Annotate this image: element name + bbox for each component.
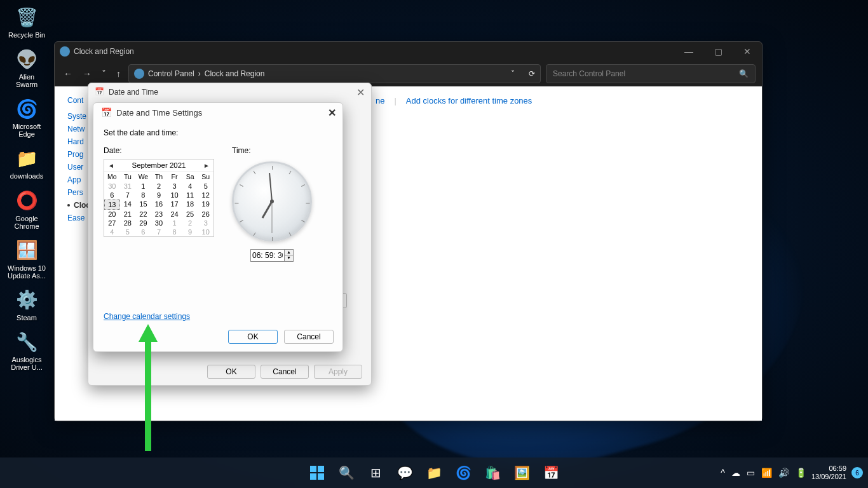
- settings-button[interactable]: 📅: [538, 460, 564, 485]
- desktop-icon-microsoft-edge[interactable]: 🌀Microsoft Edge: [6, 95, 47, 139]
- desktop-icon-auslogics[interactable]: 🔧Auslogics Driver U...: [6, 328, 47, 372]
- ok-button[interactable]: OK: [207, 365, 255, 379]
- breadcrumb-item[interactable]: Control Panel: [148, 69, 194, 78]
- desktop-icon-recycle-bin[interactable]: 🗑️Recycle Bin: [6, 3, 47, 40]
- calendar-day[interactable]: 7: [151, 227, 167, 236]
- change-calendar-settings-link[interactable]: Change calendar settings: [104, 312, 190, 321]
- calendar-day[interactable]: 24: [166, 210, 182, 219]
- calendar-day[interactable]: 17: [166, 200, 182, 210]
- calendar-day[interactable]: 2: [182, 219, 198, 227]
- time-input[interactable]: [251, 250, 284, 261]
- next-month-button[interactable]: ►: [202, 162, 211, 169]
- apply-button[interactable]: Apply: [314, 365, 362, 379]
- calendar-day[interactable]: 30: [151, 219, 167, 227]
- calendar-day[interactable]: 6: [104, 191, 120, 200]
- desktop-icon-steam[interactable]: ⚙️Steam: [6, 286, 47, 323]
- calendar-day[interactable]: 18: [182, 200, 198, 210]
- calendar-day[interactable]: 12: [198, 191, 214, 200]
- change-timezone-link-partial[interactable]: ne: [376, 96, 384, 105]
- calendar-day[interactable]: 26: [198, 210, 214, 219]
- breadcrumb-bar[interactable]: Control Panel › Clock and Region ˅ ⟳: [128, 64, 541, 83]
- close-button[interactable]: ✕: [328, 107, 336, 119]
- taskbar-clock[interactable]: 06:59 13/09/2021: [811, 464, 846, 481]
- language-icon[interactable]: ▭: [747, 468, 755, 478]
- calendar-day[interactable]: 8: [166, 227, 182, 236]
- forward-button[interactable]: →: [80, 66, 94, 81]
- chat-button[interactable]: 💬: [392, 460, 417, 485]
- prev-month-button[interactable]: ◄: [107, 162, 116, 169]
- desktop-icon-google-chrome[interactable]: ⭕Google Chrome: [6, 187, 47, 231]
- calendar-day[interactable]: 16: [151, 200, 167, 210]
- close-button[interactable]: ✕: [356, 86, 365, 98]
- time-up-button[interactable]: ▲: [285, 250, 293, 255]
- calendar-day[interactable]: 22: [135, 210, 151, 219]
- calendar-day[interactable]: 30: [104, 182, 120, 191]
- volume-icon[interactable]: 🔊: [778, 468, 789, 478]
- window-titlebar[interactable]: Clock and Region — ▢ ✕: [55, 42, 762, 61]
- time-spinner[interactable]: ▲ ▼: [250, 249, 294, 262]
- calendar-day[interactable]: 8: [135, 191, 151, 200]
- calendar-day[interactable]: 27: [104, 219, 120, 227]
- search-box[interactable]: Search Control Panel 🔍: [546, 64, 756, 83]
- desktop-icon-downloads[interactable]: 📁downloads: [6, 144, 47, 181]
- calendar-day[interactable]: 23: [151, 210, 167, 219]
- cancel-button[interactable]: Cancel: [261, 365, 309, 379]
- search-button[interactable]: 🔍: [334, 460, 359, 485]
- calendar-day[interactable]: 25: [182, 210, 198, 219]
- dialog-titlebar[interactable]: 📅 Date and Time Settings: [93, 103, 342, 122]
- calendar-day[interactable]: 11: [182, 191, 198, 200]
- calendar-day[interactable]: 7: [120, 191, 136, 200]
- calendar-day[interactable]: 14: [120, 200, 136, 210]
- refresh-button[interactable]: ⟳: [529, 69, 535, 78]
- calendar-day[interactable]: 5: [198, 182, 214, 191]
- calendar-day[interactable]: 1: [135, 182, 151, 191]
- file-explorer-button[interactable]: 📁: [421, 460, 447, 485]
- calendar-day[interactable]: 31: [120, 182, 136, 191]
- calendar-day[interactable]: 19: [198, 200, 214, 210]
- notification-badge[interactable]: 6: [851, 467, 863, 478]
- calendar-day[interactable]: 2: [151, 182, 167, 191]
- desktop-icon-windows-update[interactable]: 🪟Windows 10 Update As...: [6, 236, 47, 281]
- calendar-day[interactable]: 15: [135, 200, 151, 210]
- maximize-button[interactable]: ▢: [703, 42, 733, 61]
- desktop-icon-alien-swarm[interactable]: 👽Alien Swarm: [6, 45, 47, 90]
- onedrive-icon[interactable]: ☁: [731, 468, 740, 478]
- month-label[interactable]: September 2021: [132, 161, 186, 169]
- calendar-day[interactable]: 10: [166, 191, 182, 200]
- store-button[interactable]: 🛍️: [480, 460, 505, 485]
- calendar-day[interactable]: 29: [135, 219, 151, 227]
- recent-dropdown[interactable]: ˅: [99, 66, 109, 81]
- calendar-day[interactable]: 6: [135, 227, 151, 236]
- calendar-day[interactable]: 4: [182, 182, 198, 191]
- ok-button[interactable]: OK: [228, 330, 278, 344]
- back-button[interactable]: ←: [61, 66, 75, 81]
- wifi-icon[interactable]: 📶: [761, 468, 772, 478]
- calendar-day[interactable]: 4: [104, 227, 120, 236]
- dialog-titlebar[interactable]: 📅 Date and Time: [88, 83, 371, 101]
- battery-icon[interactable]: 🔋: [796, 468, 806, 478]
- photos-button[interactable]: 🖼️: [509, 460, 534, 485]
- breadcrumb-dropdown[interactable]: ˅: [511, 69, 515, 78]
- calendar-day[interactable]: 3: [166, 182, 182, 191]
- calendar-day[interactable]: 28: [120, 219, 136, 227]
- breadcrumb-item[interactable]: Clock and Region: [205, 69, 265, 78]
- calendar-day[interactable]: 1: [166, 219, 182, 227]
- edge-button[interactable]: 🌀: [451, 460, 476, 485]
- calendar-day[interactable]: 9: [182, 227, 198, 236]
- calendar-day[interactable]: 20: [104, 210, 120, 219]
- cancel-button[interactable]: Cancel: [284, 330, 334, 344]
- add-clocks-link[interactable]: Add clocks for different time zones: [406, 96, 532, 105]
- close-button[interactable]: ✕: [733, 42, 762, 61]
- tray-expand-icon[interactable]: ^: [721, 468, 725, 478]
- up-button[interactable]: ↑: [114, 66, 123, 81]
- calendar-day[interactable]: 5: [120, 227, 136, 236]
- task-view-button[interactable]: ⊞: [363, 460, 388, 485]
- calendar-day[interactable]: 3: [198, 219, 214, 227]
- minimize-button[interactable]: —: [674, 42, 703, 61]
- start-button[interactable]: [304, 460, 330, 485]
- calendar-day[interactable]: 10: [198, 227, 214, 236]
- calendar-day[interactable]: 13: [104, 200, 120, 210]
- calendar-day[interactable]: 21: [120, 210, 136, 219]
- calendar-day[interactable]: 9: [151, 191, 167, 200]
- time-down-button[interactable]: ▼: [285, 255, 293, 261]
